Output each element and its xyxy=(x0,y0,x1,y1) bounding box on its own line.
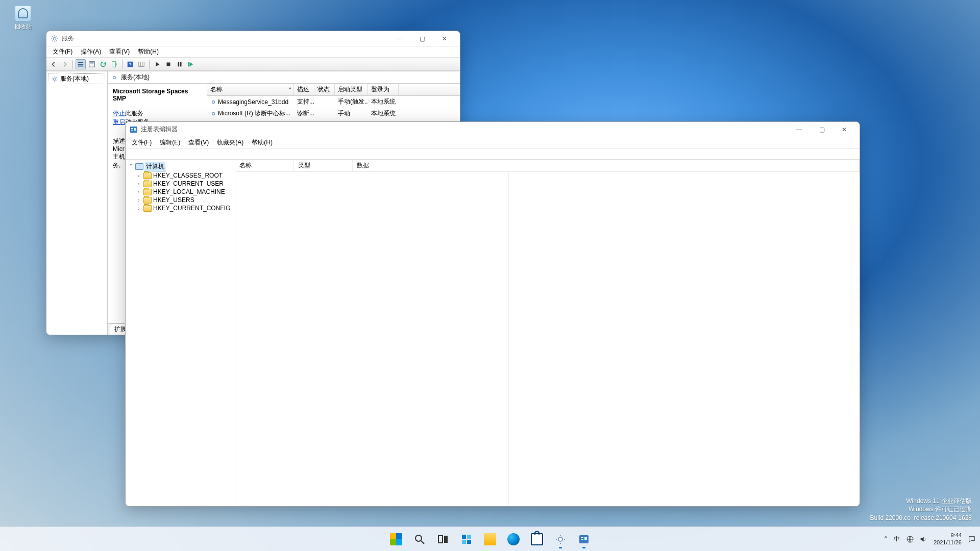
svg-rect-30 xyxy=(462,540,466,544)
expand-icon[interactable]: › xyxy=(136,181,142,187)
widgets-button[interactable] xyxy=(456,529,477,549)
expand-icon[interactable]: › xyxy=(136,173,142,179)
expand-icon[interactable]: › xyxy=(136,206,142,211)
stop-service-link[interactable]: 停止 xyxy=(113,109,125,118)
menu-view[interactable]: 查看(V) xyxy=(105,46,134,57)
refresh-button[interactable] xyxy=(98,59,108,69)
tree-hive[interactable]: ›HKEY_CURRENT_CONFIG xyxy=(127,204,234,212)
help-button[interactable]: ? xyxy=(125,59,135,69)
maximize-button[interactable]: ▢ xyxy=(411,32,433,46)
taskbar-tray: ˄ 中 9:44 2021/11/26 xyxy=(884,532,976,545)
col-logon[interactable]: 登录为 xyxy=(368,84,399,95)
services-taskbar-button[interactable] xyxy=(550,529,571,549)
services-nav-root[interactable]: 服务(本地) xyxy=(48,73,105,84)
services-toolbar: ? xyxy=(46,58,460,71)
ime-indicator[interactable]: 中 xyxy=(894,535,900,543)
svg-line-25 xyxy=(421,541,424,544)
regedit-titlebar[interactable]: 注册表编辑器 — ▢ ✕ xyxy=(126,122,860,137)
minimize-button[interactable]: — xyxy=(388,32,411,46)
maximize-button[interactable]: ▢ xyxy=(811,122,833,137)
store-button[interactable] xyxy=(527,529,547,549)
menu-help[interactable]: 帮助(H) xyxy=(248,137,277,148)
export-button[interactable] xyxy=(109,59,119,69)
recycle-bin[interactable]: 回收站 xyxy=(8,5,38,31)
services-title: 服务 xyxy=(62,34,388,43)
pause-service-button[interactable] xyxy=(175,59,185,69)
svg-text:?: ? xyxy=(129,61,132,67)
minimize-button[interactable]: — xyxy=(788,122,811,137)
explorer-button[interactable] xyxy=(480,529,500,549)
tree-root-computer[interactable]: ˅ 计算机 xyxy=(127,162,234,171)
volume-icon[interactable] xyxy=(919,535,927,543)
expand-icon[interactable]: › xyxy=(136,197,142,203)
svg-point-24 xyxy=(415,535,422,541)
tree-hive[interactable]: ›HKEY_LOCAL_MACHINE xyxy=(127,188,234,196)
tree-hive[interactable]: ›HKEY_CLASSES_ROOT xyxy=(127,171,234,180)
services-titlebar[interactable]: 服务 — ▢ ✕ xyxy=(46,31,460,46)
gear-icon xyxy=(210,111,216,117)
service-row[interactable]: Microsoft (R) 诊断中心标... 诊断... 手动 本地系统 xyxy=(207,108,460,119)
expand-icon[interactable]: › xyxy=(136,189,142,195)
menu-file[interactable]: 文件(F) xyxy=(48,46,77,57)
svg-rect-34 xyxy=(581,537,583,538)
gear-icon xyxy=(210,99,216,105)
folder-icon xyxy=(484,533,496,545)
restart-service-button[interactable] xyxy=(186,59,196,69)
svg-rect-5 xyxy=(90,62,94,63)
start-service-button[interactable] xyxy=(152,59,162,69)
services-menubar: 文件(F) 操作(A) 查看(V) 帮助(H) xyxy=(46,46,460,58)
tree-hive[interactable]: ›HKEY_CURRENT_USER xyxy=(127,180,234,188)
services-panel-header: 服务(本地) xyxy=(108,71,460,84)
notifications-button[interactable] xyxy=(968,535,976,543)
regedit-address-bar[interactable] xyxy=(126,148,860,160)
store-icon xyxy=(531,533,543,545)
menu-view[interactable]: 查看(V) xyxy=(184,137,213,148)
task-view-icon xyxy=(437,533,449,545)
task-view-button[interactable] xyxy=(433,529,453,549)
properties-button[interactable] xyxy=(87,59,97,69)
svg-rect-29 xyxy=(467,535,471,539)
svg-rect-27 xyxy=(444,536,448,543)
svg-rect-33 xyxy=(579,535,589,543)
collapse-icon[interactable]: ˅ xyxy=(128,164,134,169)
col-status[interactable]: 状态 xyxy=(314,84,335,95)
col-data[interactable]: 数据 xyxy=(353,160,860,171)
stop-service-button[interactable] xyxy=(163,59,174,69)
edge-button[interactable] xyxy=(503,529,524,549)
restart-service-link[interactable]: 重启 xyxy=(113,118,125,127)
svg-point-0 xyxy=(53,37,56,40)
col-name[interactable]: 名称 xyxy=(235,160,294,171)
col-startup[interactable]: 启动类型 xyxy=(335,84,368,95)
close-button[interactable]: ✕ xyxy=(833,122,855,137)
menu-favorites[interactable]: 收藏夹(A) xyxy=(213,137,248,148)
nav-forward-button[interactable] xyxy=(60,59,70,69)
folder-icon xyxy=(143,189,152,195)
nav-back-button[interactable] xyxy=(48,59,59,69)
network-icon[interactable] xyxy=(906,535,914,543)
taskbar-pinned xyxy=(386,529,594,549)
tray-overflow-button[interactable]: ˄ xyxy=(884,535,888,543)
col-desc[interactable]: 描述 xyxy=(294,84,314,95)
edge-icon xyxy=(507,533,520,545)
recycle-bin-label: 回收站 xyxy=(8,23,38,31)
menu-file[interactable]: 文件(F) xyxy=(128,137,156,148)
tree-hive[interactable]: ›HKEY_USERS xyxy=(127,196,234,204)
close-button[interactable]: ✕ xyxy=(433,32,456,46)
view-list-button[interactable] xyxy=(76,59,86,69)
svg-point-19 xyxy=(212,112,215,115)
menu-edit[interactable]: 编辑(E) xyxy=(156,137,184,148)
columns-button[interactable] xyxy=(136,59,146,69)
search-button[interactable] xyxy=(409,529,430,549)
regedit-values-list[interactable] xyxy=(235,172,860,506)
regedit-taskbar-button[interactable] xyxy=(574,529,594,549)
taskbar-clock[interactable]: 9:44 2021/11/26 xyxy=(934,532,962,545)
col-name[interactable]: 名称 xyxy=(207,84,294,95)
menu-help[interactable]: 帮助(H) xyxy=(134,46,163,57)
start-button[interactable] xyxy=(386,529,406,549)
col-type[interactable]: 类型 xyxy=(294,160,353,171)
svg-rect-6 xyxy=(112,61,116,67)
folder-icon xyxy=(143,197,152,204)
service-row[interactable]: MessagingService_31bdd 支持... 手动(触发... 本地… xyxy=(207,96,460,108)
menu-action[interactable]: 操作(A) xyxy=(77,46,105,57)
gear-icon xyxy=(111,74,118,81)
